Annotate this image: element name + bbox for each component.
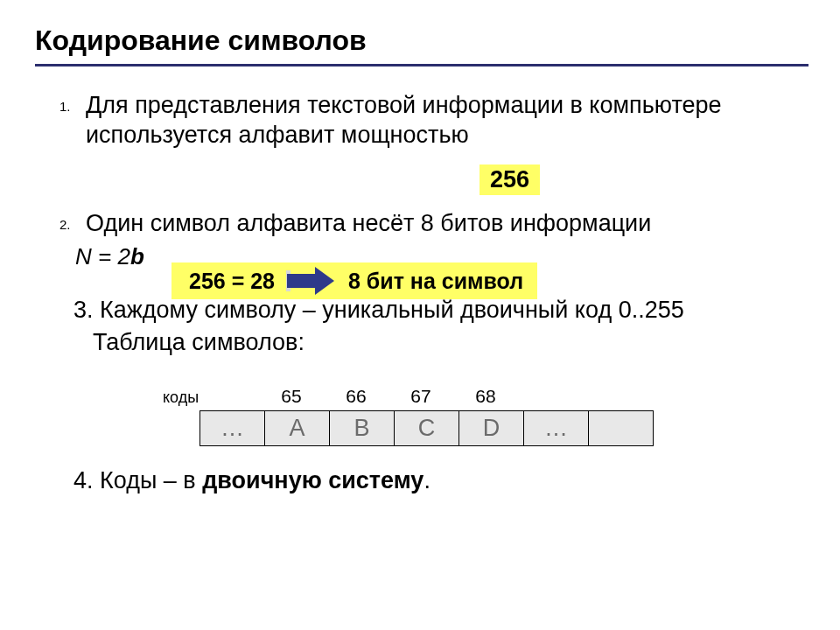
char-cell: A: [265, 411, 330, 446]
code-num: 67: [388, 386, 453, 407]
char-cell: D: [459, 411, 524, 446]
title-divider: [35, 64, 808, 66]
arrow-left-text: 256 = 28: [189, 269, 275, 294]
table-row: … A B C D …: [200, 411, 654, 446]
char-cell: C: [395, 411, 459, 446]
arrow-right-icon: [287, 268, 336, 294]
list-text: Один символ алфавита несёт 8 битов инфор…: [86, 209, 651, 239]
list-item-3: 3. Каждому символу – уникальный двоичный…: [35, 295, 808, 326]
char-cell: …: [524, 411, 589, 446]
slide-title: Кодирование символов: [35, 24, 808, 57]
code-num: 68: [453, 386, 518, 407]
list-item-4: 4. Коды – в двоичную систему.: [35, 467, 808, 494]
item4-bold: двоичную систему: [202, 467, 424, 494]
highlight-256: 256: [480, 164, 540, 195]
formula-b: b: [130, 243, 144, 270]
list-number: 1.: [35, 91, 86, 114]
formula-prefix: N = 2: [75, 243, 130, 270]
list-item-1: 1. Для представления текстовой информаци…: [35, 91, 808, 150]
char-cell: B: [330, 411, 395, 446]
item3-subtitle: Таблица символов:: [35, 329, 808, 356]
list-number: 2.: [35, 209, 86, 232]
code-num: 66: [324, 386, 388, 407]
char-table: … A B C D …: [200, 410, 654, 446]
codes-label: коды: [163, 388, 259, 407]
item4-prefix: 4. Коды – в: [74, 467, 202, 494]
highlight-256-wrap: 256: [35, 156, 808, 195]
char-cell: …: [200, 411, 265, 446]
item4-suffix: .: [424, 467, 430, 494]
list-item-2: 2. Один символ алфавита несёт 8 битов ин…: [35, 209, 808, 239]
arrow-right-text: 8 бит на символ: [348, 269, 523, 294]
arrow-highlight-block: 256 = 28 8 бит на символ: [172, 262, 537, 299]
code-num: 65: [259, 386, 324, 407]
list-text: Для представления текстовой информации в…: [86, 91, 808, 150]
char-cell-blank: [589, 411, 654, 446]
codes-row: коды 65 66 67 68: [35, 386, 808, 407]
